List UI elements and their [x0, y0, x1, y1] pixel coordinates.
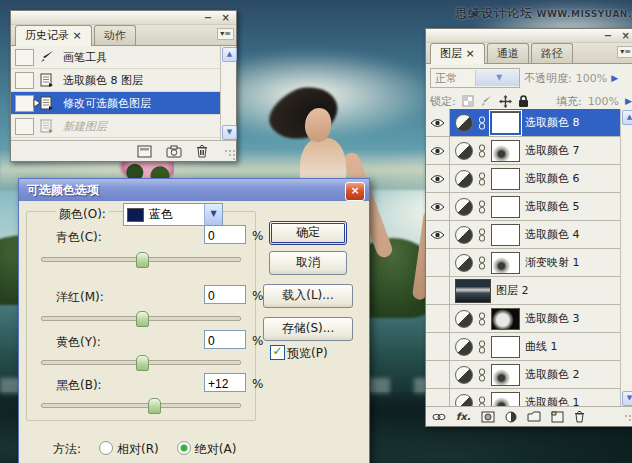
- chevron-down-icon[interactable]: ▼: [204, 204, 222, 225]
- panel-menu-icon[interactable]: ▾≡: [617, 46, 632, 58]
- history-item-label[interactable]: 选取颜色 8 图层: [57, 73, 143, 88]
- resize-grip[interactable]: [224, 149, 235, 160]
- layer-name[interactable]: 选取颜色 8: [525, 115, 580, 130]
- layer-style-fx-icon[interactable]: fx.: [456, 411, 471, 422]
- panel-menu-icon[interactable]: ▾≡: [217, 28, 234, 40]
- blend-mode-dropdown[interactable]: 正常 ▼: [430, 68, 520, 88]
- layer-mask-thumbnail[interactable]: [491, 196, 520, 218]
- layer-row[interactable]: 选取颜色 4: [426, 221, 620, 249]
- history-brush-source-well[interactable]: [15, 72, 34, 89]
- save-button[interactable]: 存储(S)...: [263, 317, 353, 341]
- lock-position-move-icon[interactable]: [499, 95, 512, 108]
- tab-layers[interactable]: 图层 ×: [430, 43, 485, 64]
- layer-row[interactable]: 选取颜色 7: [426, 137, 620, 165]
- layer-name[interactable]: 选取颜色 3: [525, 311, 580, 326]
- chevron-down-icon[interactable]: ▼: [475, 70, 520, 86]
- fill-spinner-icon[interactable]: ▶: [625, 96, 632, 106]
- preview-checkbox[interactable]: ✓: [270, 345, 285, 360]
- new-document-from-state-icon[interactable]: [137, 145, 152, 158]
- history-item-label[interactable]: 修改可选颜色图层: [57, 96, 151, 111]
- visibility-eye-toggle-empty[interactable]: [426, 305, 450, 332]
- layer-mask-thumbnail[interactable]: [491, 252, 520, 274]
- cancel-button[interactable]: 取消: [269, 251, 347, 275]
- radio-icon[interactable]: [99, 441, 113, 455]
- lock-all-icon[interactable]: [518, 95, 529, 108]
- visibility-eye-toggle-empty[interactable]: [426, 361, 450, 388]
- layer-mask-thumbnail[interactable]: [491, 308, 520, 330]
- delete-trash-icon[interactable]: [196, 144, 208, 158]
- layer-name[interactable]: 选取颜色 5: [525, 199, 580, 214]
- layer-name[interactable]: 曲线 1: [525, 339, 558, 354]
- history-item-label[interactable]: 新建图层: [57, 119, 107, 134]
- scroll-down-icon[interactable]: ▼: [622, 391, 632, 406]
- tab-actions[interactable]: 动作: [94, 25, 136, 45]
- radio-selected-icon[interactable]: [177, 441, 191, 455]
- opacity-spinner-icon[interactable]: ▶: [611, 73, 618, 83]
- layer-row[interactable]: 选取颜色 6: [426, 165, 620, 193]
- new-snapshot-camera-icon[interactable]: [166, 145, 182, 158]
- tab-paths[interactable]: 路径: [531, 43, 573, 63]
- layer-mask-thumbnail[interactable]: [491, 112, 520, 134]
- slider-thumb[interactable]: [136, 355, 149, 371]
- visibility-eye-icon[interactable]: [426, 109, 450, 136]
- layers-scrollbar[interactable]: ▲ ▼: [620, 109, 632, 407]
- scroll-up-icon[interactable]: ▲: [622, 110, 632, 125]
- visibility-eye-icon[interactable]: [426, 221, 450, 248]
- link-layers-icon[interactable]: [432, 413, 446, 421]
- lock-paint-brush-icon[interactable]: [480, 95, 493, 107]
- layer-row[interactable]: 选取颜色 8: [426, 109, 620, 137]
- layer-name[interactable]: 选取颜色 7: [525, 143, 580, 158]
- window-minimize-close-icons[interactable]: − ×: [204, 12, 233, 23]
- window-minimize-close-icons[interactable]: − ×: [604, 30, 632, 41]
- magenta-value-field[interactable]: [204, 285, 246, 304]
- layer-row[interactable]: 渐变映射 1: [426, 249, 620, 277]
- layer-mask-thumbnail[interactable]: [491, 168, 520, 190]
- history-panel-titlebar[interactable]: − ×: [11, 11, 236, 25]
- layer-name[interactable]: 渐变映射 1: [525, 255, 580, 270]
- method-relative-radio[interactable]: 相对(R): [99, 441, 159, 458]
- layer-thumbnail[interactable]: [455, 279, 491, 303]
- history-item-undone[interactable]: 新建图层: [11, 115, 221, 138]
- new-group-folder-icon[interactable]: [527, 411, 541, 422]
- history-brush-source-well[interactable]: [15, 49, 34, 66]
- layer-mask-thumbnail[interactable]: [491, 392, 520, 408]
- layer-mask-thumbnail[interactable]: [491, 224, 520, 246]
- layer-mask-thumbnail[interactable]: [491, 336, 520, 358]
- new-adjustment-layer-icon[interactable]: [505, 411, 517, 423]
- layer-mask-thumbnail[interactable]: [491, 140, 520, 162]
- black-value-field[interactable]: [204, 373, 246, 392]
- layer-row[interactable]: 选取颜色 2: [426, 361, 620, 389]
- visibility-eye-toggle-empty[interactable]: [426, 249, 450, 276]
- history-item-label[interactable]: 画笔工具: [57, 50, 107, 65]
- layer-name[interactable]: 选取颜色 2: [525, 367, 580, 382]
- history-item[interactable]: 画笔工具: [11, 46, 221, 69]
- new-layer-icon[interactable]: [551, 411, 564, 423]
- layer-row[interactable]: 选取颜色 5: [426, 193, 620, 221]
- history-item-selected[interactable]: 修改可选颜色图层: [11, 92, 221, 115]
- slider-thumb[interactable]: [148, 398, 161, 414]
- history-scrollbar[interactable]: ▲ ▼: [220, 46, 236, 141]
- layers-panel-titlebar[interactable]: − ×: [426, 29, 632, 43]
- lock-transparency-icon[interactable]: [462, 95, 474, 107]
- slider-thumb[interactable]: [136, 311, 149, 327]
- layer-name[interactable]: 图层 2: [496, 283, 529, 298]
- layer-name[interactable]: 选取颜色 6: [525, 171, 580, 186]
- history-brush-source-well[interactable]: [15, 118, 34, 135]
- yellow-value-field[interactable]: [204, 330, 246, 349]
- layer-row[interactable]: 选取颜色 3: [426, 305, 620, 333]
- dialog-close-button[interactable]: ×: [345, 182, 365, 201]
- load-button[interactable]: 载入(L)...: [263, 284, 353, 308]
- layer-row[interactable]: 选取颜色 1: [426, 389, 620, 407]
- dialog-titlebar[interactable]: 可选颜色选项: [19, 179, 369, 201]
- ok-button[interactable]: 确定: [269, 221, 347, 245]
- color-dropdown[interactable]: 蓝色 ▼: [123, 203, 223, 226]
- cyan-value-field[interactable]: [204, 225, 246, 244]
- resize-grip[interactable]: [624, 414, 632, 425]
- tab-channels[interactable]: 通道: [487, 43, 529, 63]
- yellow-slider[interactable]: [41, 360, 241, 365]
- delete-trash-icon[interactable]: [574, 410, 585, 423]
- black-slider[interactable]: [41, 403, 241, 408]
- visibility-eye-toggle-empty[interactable]: [426, 333, 450, 360]
- slider-thumb[interactable]: [136, 252, 149, 268]
- history-brush-source-well[interactable]: [15, 95, 34, 112]
